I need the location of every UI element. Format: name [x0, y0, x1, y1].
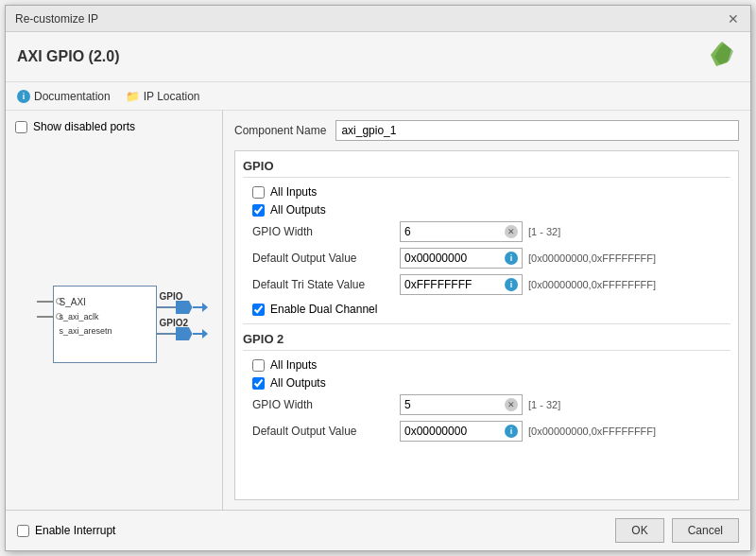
gpio2-all-inputs-label: All Inputs — [270, 358, 317, 372]
gpio2-all-outputs-checkbox[interactable] — [252, 377, 265, 390]
component-diagram: S_AXI s_axi_aclk s_axi_aresetn GPIO — [15, 152, 213, 500]
dialog-title: Re-customize IP — [15, 12, 98, 26]
all-outputs-label: All Outputs — [270, 203, 326, 217]
gpio2-default-output-row: Default Output Value 0x00000000 i [0x000… — [243, 421, 730, 442]
ip-location-link[interactable]: 📁 IP Location — [126, 90, 200, 103]
gpio2-connector-row — [157, 327, 208, 340]
gpio2-default-output-range: [0x00000000,0xFFFFFFFF] — [528, 426, 656, 437]
default-output-range: [0x00000000,0xFFFFFFFF] — [528, 252, 656, 264]
component-name-label: Component Name — [234, 124, 326, 137]
default-output-info-btn[interactable]: i — [505, 252, 518, 265]
gpio2-width-clear-btn[interactable]: ✕ — [505, 398, 518, 411]
all-inputs-row: All Inputs — [243, 185, 730, 199]
wire — [37, 301, 54, 303]
left-ports — [37, 298, 62, 320]
all-inputs-label: All Inputs — [270, 185, 317, 199]
enable-interrupt-checkbox[interactable] — [17, 525, 29, 537]
left-panel: Show disabled ports — [6, 111, 223, 510]
footer-left: Enable Interrupt — [17, 524, 115, 537]
gpio2-all-inputs-checkbox[interactable] — [252, 359, 265, 372]
cancel-button[interactable]: Cancel — [672, 518, 739, 543]
toolbar: i Documentation 📁 IP Location — [6, 82, 750, 111]
xilinx-logo-icon — [705, 40, 739, 74]
show-disabled-checkbox[interactable] — [15, 121, 27, 133]
gpio-width-value: 6 — [404, 225, 505, 238]
gpio2-default-output-value: 0x00000000 — [404, 425, 505, 438]
default-tri-input[interactable]: 0xFFFFFFFF i — [400, 274, 523, 295]
gpio2-width-range: [1 - 32] — [528, 399, 560, 410]
header-title: AXI GPIO (2.0) — [17, 48, 119, 65]
s-axi-label: S_AXI — [60, 294, 112, 310]
content: Show disabled ports — [6, 111, 750, 510]
footer-buttons: OK Cancel — [615, 518, 739, 543]
gpio-connector-row — [157, 301, 208, 314]
gpio2-width-value: 5 — [404, 398, 505, 411]
default-tri-label: Default Tri State Value — [252, 278, 394, 291]
default-output-row: Default Output Value 0x00000000 i [0x000… — [243, 248, 730, 269]
documentation-label: Documentation — [34, 90, 111, 103]
gpio-section: GPIO All Inputs All Outputs GPIO Width 6 — [243, 159, 730, 316]
default-output-value: 0x00000000 — [404, 252, 505, 265]
gpio-width-input[interactable]: 6 ✕ — [400, 221, 523, 242]
divider — [243, 323, 730, 324]
default-output-input[interactable]: 0x00000000 i — [400, 248, 523, 269]
header: AXI GPIO (2.0) — [6, 32, 750, 82]
enable-interrupt-label: Enable Interrupt — [35, 524, 115, 537]
documentation-link[interactable]: i Documentation — [17, 90, 111, 103]
dialog: Re-customize IP ✕ AXI GPIO (2.0) i Docum… — [5, 5, 751, 551]
gpio-wire — [157, 306, 176, 308]
folder-icon: 📁 — [126, 90, 140, 103]
show-disabled-label: Show disabled ports — [33, 120, 135, 133]
enable-dual-row: Enable Dual Channel — [243, 303, 730, 316]
all-outputs-checkbox[interactable] — [252, 204, 265, 217]
show-disabled-row: Show disabled ports — [15, 120, 213, 133]
gpio-width-row: GPIO Width 6 ✕ [1 - 32] — [243, 221, 730, 242]
gpio2-arrowhead — [202, 329, 208, 339]
ok-button[interactable]: OK — [615, 518, 663, 543]
gpio2-wire2 — [193, 333, 202, 335]
title-bar: Re-customize IP ✕ — [6, 6, 750, 32]
gpio2-right-label: GPIO2 — [160, 318, 189, 328]
gpio-width-range: [1 - 32] — [528, 226, 560, 237]
default-tri-value: 0xFFFFFFFF — [404, 278, 505, 291]
s-axi-aclk-label: s_axi_aclk — [60, 310, 112, 324]
right-panel: Component Name GPIO All Inputs All Outpu… — [223, 111, 750, 510]
wire — [37, 316, 54, 318]
enable-dual-label: Enable Dual Channel — [270, 303, 377, 316]
gpio-width-label: GPIO Width — [252, 225, 394, 238]
gpio-wire2 — [193, 306, 202, 308]
footer: Enable Interrupt OK Cancel — [6, 510, 750, 550]
component-name-input[interactable] — [335, 120, 739, 141]
gpio2-width-row: GPIO Width 5 ✕ [1 - 32] — [243, 394, 730, 415]
gpio2-all-outputs-label: All Outputs — [270, 376, 326, 390]
axi-block: S_AXI s_axi_aclk s_axi_aresetn — [53, 286, 157, 363]
gpio-arrowhead — [202, 303, 208, 312]
default-output-label: Default Output Value — [252, 252, 394, 265]
gpio2-arrow — [176, 327, 193, 340]
gpio-width-clear-btn[interactable]: ✕ — [505, 225, 518, 238]
all-inputs-checkbox[interactable] — [252, 186, 265, 199]
block-inner-labels: S_AXI s_axi_aclk s_axi_aresetn — [60, 294, 112, 339]
gpio2-section: GPIO 2 All Inputs All Outputs GPIO Width… — [243, 332, 730, 442]
gpio2-width-label: GPIO Width — [252, 398, 394, 411]
config-area: GPIO All Inputs All Outputs GPIO Width 6 — [234, 150, 739, 500]
gpio2-default-output-info-btn[interactable]: i — [505, 425, 518, 438]
gpio2-width-input[interactable]: 5 ✕ — [400, 394, 523, 415]
gpio-section-title: GPIO — [243, 159, 730, 178]
default-tri-range: [0x00000000,0xFFFFFFFF] — [528, 279, 656, 290]
s-axi-aresetn-label: s_axi_aresetn — [60, 324, 112, 339]
enable-dual-checkbox[interactable] — [252, 304, 265, 316]
gpio2-section-title: GPIO 2 — [243, 332, 730, 351]
ip-location-label: IP Location — [144, 90, 200, 103]
component-name-row: Component Name — [234, 120, 739, 141]
gpio2-default-output-label: Default Output Value — [252, 425, 394, 438]
gpio2-all-inputs-row: All Inputs — [243, 358, 730, 372]
gpio-arrow — [176, 301, 193, 314]
default-tri-row: Default Tri State Value 0xFFFFFFFF i [0x… — [243, 274, 730, 295]
default-tri-info-btn[interactable]: i — [505, 278, 518, 291]
gpio2-all-outputs-row: All Outputs — [243, 376, 730, 390]
all-outputs-row: All Outputs — [243, 203, 730, 217]
close-button[interactable]: ✕ — [726, 11, 741, 26]
gpio2-wire — [157, 333, 176, 335]
gpio2-default-output-input[interactable]: 0x00000000 i — [400, 421, 523, 442]
